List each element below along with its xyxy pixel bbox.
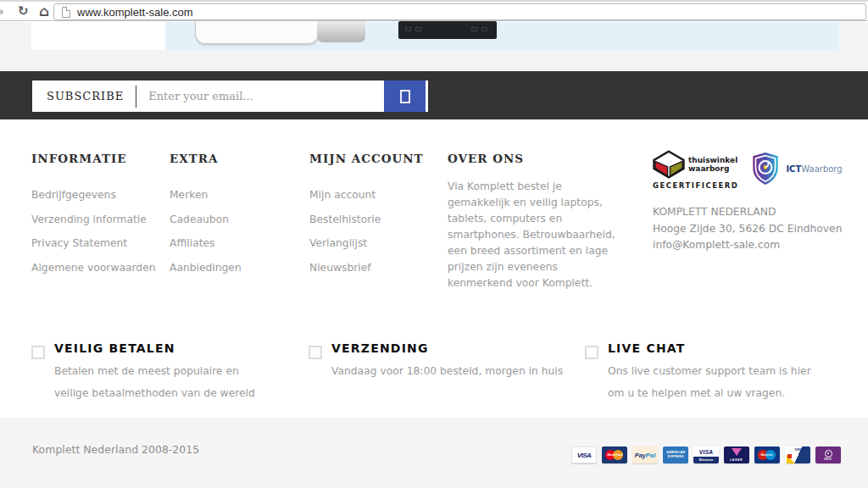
certification-logos: thuiswinkel waarborg GECERTIFICEERD <box>653 150 843 190</box>
footer-link-bedrijfgegevens[interactable]: Bedrijfgegevens <box>31 183 156 208</box>
veilig-betalen-icon <box>31 346 45 359</box>
column-title: OVER ONS <box>448 152 622 165</box>
page-icon <box>62 7 70 18</box>
ict-waarborg-logo-text: ICTWaarborg <box>786 164 842 174</box>
about-text: Via Komplett bestel je gemakkelijk en ve… <box>448 179 622 291</box>
feature-text: Betalen met de meest populaire en veilig… <box>54 360 268 404</box>
thuiswinkel-house-icon <box>653 150 685 179</box>
subscribe-label: SUBSCRIBE <box>32 90 136 103</box>
company-name: KOMPLETT NEDERLAND <box>653 204 842 221</box>
ict-waarborg-shield-icon <box>750 152 781 186</box>
thuiswinkel-waarborg-logo: thuiswinkel waarborg GECERTIFICEERD <box>653 150 738 190</box>
payment-visa-electron-icon: VISA Electron <box>693 446 719 463</box>
footer-link-affiliates[interactable]: Affiliates <box>170 231 242 256</box>
feature-title: LIVE CHAT <box>608 341 830 355</box>
feature-verzending: VERZENDING Vandaag voor 18:00 besteld, m… <box>309 341 586 382</box>
column-title: EXTRA <box>170 152 242 165</box>
subscribe-button-icon <box>400 90 410 103</box>
payment-paypal-icon: PayPal <box>632 446 658 463</box>
feature-live-chat: LIVE CHAT Ons live customer support team… <box>585 341 830 404</box>
footer-link-nieuwsbrief[interactable]: Nieuwsbrief <box>309 256 424 280</box>
email-input[interactable] <box>136 80 384 112</box>
footer-link-privacy-statement[interactable]: Privacy Statement <box>31 231 156 256</box>
footer-link-cadeaubon[interactable]: Cadeaubon <box>170 208 242 232</box>
footer-column-mijn-account: MIJN ACCOUNT Mijn account Bestelhistorie… <box>309 152 424 280</box>
feature-title: VEILIG BETALEN <box>54 341 268 355</box>
subscribe-submit-button[interactable] <box>384 80 426 112</box>
footer: INFORMATIE Bedrijfgegevens Verzending in… <box>0 119 868 418</box>
footer-link-algemene-voorwaarden[interactable]: Algemene voorwaarden <box>31 256 156 280</box>
browser-toolbar: → ↻ ⌂ www.komplett-sale.com <box>0 0 868 21</box>
payment-solo-icon: SOLO <box>815 446 841 463</box>
payment-mastercard-icon: MasterCard <box>602 446 627 463</box>
black-product-image <box>398 21 497 39</box>
payment-american-express-icon: AMERICANEXPRESS <box>663 446 688 463</box>
newsletter-form: SUBSCRIBE <box>32 80 428 112</box>
footer-link-aanbiedingen[interactable]: Aanbiedingen <box>170 256 242 280</box>
reload-icon[interactable]: ↻ <box>18 3 29 19</box>
forward-arrow-icon[interactable]: → <box>0 4 4 19</box>
footer-bottom-bar: Komplett Nederland 2008-2015 VISA Master… <box>0 418 868 488</box>
gecertificeerd-label: GECERTIFICEERD <box>653 181 738 190</box>
product-card-background <box>31 22 165 50</box>
footer-column-extra: EXTRA Merken Cadeaubon Affiliates Aanbie… <box>170 152 242 280</box>
company-email[interactable]: info@Komplett-sale.com <box>653 237 842 254</box>
copyright-text: Komplett Nederland 2008-2015 <box>32 443 199 456</box>
contact-block: KOMPLETT NEDERLAND Hooge Zijde 30, 5626 … <box>653 204 842 254</box>
payment-laser-icon: LASER <box>724 446 749 463</box>
payment-visa-icon: VISA <box>571 446 597 463</box>
ict-waarborg-logo: ICTWaarborg <box>750 152 842 186</box>
newsletter-bar: SUBSCRIBE <box>0 71 868 119</box>
verzending-icon <box>309 346 322 359</box>
column-title: INFORMATIE <box>31 152 156 165</box>
footer-link-verlanglijst[interactable]: Verlanglijst <box>309 231 424 256</box>
footer-column-informatie: INFORMATIE Bedrijfgegevens Verzending in… <box>31 152 156 280</box>
feature-veilig-betalen: VEILIG BETALEN Betalen met de meest popu… <box>31 341 268 404</box>
feature-text: Vandaag voor 18:00 besteld, morgen in hu… <box>331 360 586 382</box>
footer-link-mijn-account[interactable]: Mijn account <box>309 183 424 208</box>
company-address: Hooge Zijde 30, 5626 DC Eindhoven <box>653 221 842 238</box>
payment-maestro-icon: Maestro <box>754 446 780 463</box>
live-chat-icon <box>585 346 598 359</box>
url-text[interactable]: www.komplett-sale.com <box>77 6 193 19</box>
footer-link-merken[interactable]: Merken <box>170 183 242 208</box>
white-product-image <box>195 21 319 44</box>
page-content-strip <box>0 22 868 71</box>
thuiswinkel-logo-text: thuiswinkel waarborg <box>688 156 737 173</box>
footer-link-bestelhistorie[interactable]: Bestelhistorie <box>309 208 424 232</box>
payment-delta-icon: DELTA <box>785 446 810 463</box>
home-icon[interactable]: ⌂ <box>39 3 49 19</box>
footer-link-verzending-informatie[interactable]: Verzending informatie <box>31 208 156 232</box>
footer-column-over-ons: OVER ONS Via Komplett bestel je gemakkel… <box>448 152 622 291</box>
feature-title: VERZENDING <box>331 341 586 355</box>
column-title: MIJN ACCOUNT <box>309 152 424 165</box>
payment-methods: VISA MasterCard PayPal AMERICANEXPRESS V… <box>566 446 841 463</box>
address-bar[interactable]: www.komplett-sale.com <box>53 3 866 20</box>
feature-text: Ons live customer support team is hier o… <box>608 360 830 404</box>
silver-product-image <box>317 21 365 42</box>
